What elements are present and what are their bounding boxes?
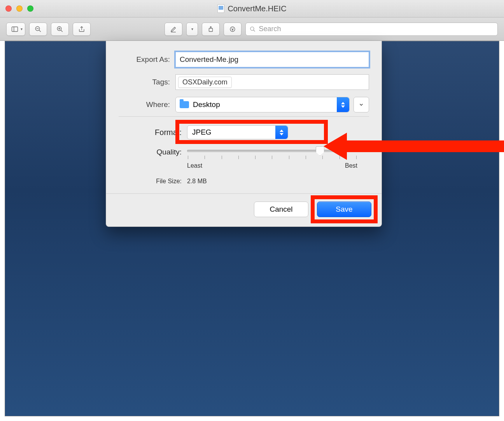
- file-icon: [217, 4, 224, 13]
- file-size-value: 2.8 MB: [187, 178, 207, 185]
- share-button[interactable]: [73, 23, 91, 36]
- annotate-button[interactable]: [224, 23, 242, 36]
- svg-rect-10: [209, 28, 213, 31]
- toolbar: ▾ ▾: [0, 18, 504, 41]
- window-title: ConvertMe.HEIC: [228, 4, 286, 13]
- search-icon: [250, 26, 256, 32]
- svg-line-14: [254, 30, 255, 31]
- svg-rect-0: [12, 27, 18, 32]
- markup-button[interactable]: [164, 23, 182, 36]
- chevron-down-icon: ▾: [21, 27, 23, 31]
- file-size-label: File Size:: [124, 178, 182, 185]
- svg-line-6: [61, 30, 63, 32]
- search-field[interactable]: [245, 23, 498, 36]
- updown-icon: [337, 97, 349, 112]
- where-select[interactable]: Desktop: [175, 97, 350, 112]
- disclosure-button[interactable]: [354, 97, 369, 112]
- quality-slider[interactable]: [187, 148, 357, 154]
- chevron-down-icon: [359, 102, 364, 107]
- tags-label: Tags:: [119, 78, 170, 86]
- export-as-label: Export As:: [119, 55, 170, 64]
- close-window-button[interactable]: [5, 5, 12, 12]
- markup-more-button[interactable]: ▾: [186, 23, 198, 36]
- divider: [119, 116, 369, 117]
- zoom-window-button[interactable]: [27, 5, 33, 12]
- zoom-in-button[interactable]: [51, 23, 69, 36]
- where-value: Desktop: [193, 100, 220, 109]
- quality-best-label: Best: [345, 162, 357, 169]
- export-as-input[interactable]: [175, 52, 369, 67]
- slider-knob[interactable]: [316, 146, 324, 156]
- where-label: Where:: [119, 100, 170, 109]
- svg-point-13: [250, 27, 254, 30]
- export-sheet: Export As: Tags: OSXDaily.com Where: Des…: [106, 41, 382, 227]
- svg-line-3: [39, 30, 41, 32]
- traffic-lights: [5, 5, 33, 12]
- format-select[interactable]: JPEG: [187, 125, 288, 139]
- zoom-out-button[interactable]: [29, 23, 47, 36]
- window-titlebar: ConvertMe.HEIC: [0, 0, 504, 18]
- quality-label: Quality:: [124, 148, 182, 156]
- save-button[interactable]: Save: [317, 202, 371, 217]
- tag-pill[interactable]: OSXDaily.com: [178, 77, 232, 88]
- sidebar-toggle-button[interactable]: ▾: [6, 23, 25, 36]
- format-label: Format:: [124, 128, 182, 137]
- format-value: JPEG: [192, 128, 212, 137]
- search-input[interactable]: [259, 25, 494, 33]
- folder-icon: [180, 101, 189, 108]
- rotate-button[interactable]: [202, 23, 220, 36]
- tags-input[interactable]: OSXDaily.com: [175, 74, 369, 90]
- chevron-down-icon: ▾: [191, 27, 193, 31]
- cancel-button[interactable]: Cancel: [254, 202, 308, 217]
- minimize-window-button[interactable]: [16, 5, 23, 12]
- slider-ticks: [187, 156, 357, 159]
- quality-least-label: Least: [187, 162, 202, 169]
- updown-icon: [275, 126, 288, 139]
